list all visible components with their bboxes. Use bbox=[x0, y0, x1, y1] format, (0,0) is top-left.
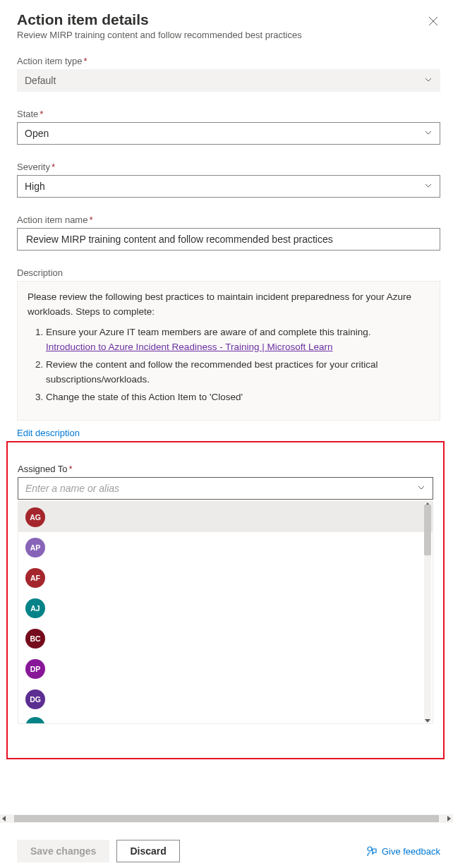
chevron-down-icon bbox=[424, 181, 433, 192]
required-marker: * bbox=[84, 56, 87, 66]
assigned-to-label: Assigned To* bbox=[18, 464, 433, 474]
chevron-down-icon bbox=[424, 75, 433, 86]
avatar: AJ bbox=[25, 598, 45, 618]
required-marker: * bbox=[89, 215, 92, 225]
avatar: AG bbox=[25, 507, 45, 527]
assigned-to-combobox[interactable]: Enter a name or alias bbox=[18, 477, 433, 500]
scroll-left-icon bbox=[2, 816, 6, 821]
give-feedback-link[interactable]: Give feedback bbox=[366, 845, 440, 857]
people-option[interactable]: BC bbox=[18, 623, 433, 653]
assigned-to-placeholder: Enter a name or alias bbox=[25, 483, 119, 494]
feedback-icon bbox=[366, 845, 378, 857]
type-value: Default bbox=[25, 75, 56, 86]
edit-description-link[interactable]: Edit description bbox=[17, 428, 80, 438]
avatar: AF bbox=[25, 568, 45, 588]
people-option[interactable]: AF bbox=[18, 562, 433, 593]
training-link[interactable]: Introduction to Azure Incident Readiness… bbox=[46, 342, 332, 352]
name-input-wrapper[interactable] bbox=[17, 228, 440, 251]
description-step-2: Review the content and follow the recomm… bbox=[46, 358, 430, 387]
scroll-thumb[interactable] bbox=[14, 815, 439, 822]
severity-select[interactable]: High bbox=[17, 175, 440, 198]
required-marker: * bbox=[52, 162, 55, 172]
page-title: Action item details bbox=[17, 11, 302, 28]
dropdown-scrollbar[interactable] bbox=[424, 503, 431, 722]
state-select[interactable]: Open bbox=[17, 122, 440, 145]
description-step-3: Change the state of this Action Item to … bbox=[46, 390, 430, 405]
assigned-to-section: Assigned To* Enter a name or alias AGAPA… bbox=[6, 441, 445, 759]
horizontal-scrollbar[interactable] bbox=[0, 814, 453, 823]
avatar bbox=[25, 717, 45, 724]
description-intro: Please review the following best practic… bbox=[28, 291, 411, 317]
avatar: DP bbox=[25, 659, 45, 679]
close-button[interactable] bbox=[423, 11, 443, 31]
description-box: Please review the following best practic… bbox=[17, 281, 440, 421]
scroll-thumb[interactable] bbox=[424, 505, 431, 555]
people-option[interactable]: AJ bbox=[18, 593, 433, 623]
type-label: Action item type* bbox=[17, 56, 440, 66]
description-label: Description bbox=[17, 267, 440, 278]
discard-button[interactable]: Discard bbox=[116, 840, 179, 862]
chevron-down-icon bbox=[417, 483, 425, 494]
avatar: DG bbox=[25, 689, 45, 709]
people-option-partial[interactable] bbox=[18, 714, 433, 724]
description-step-1: Ensure your Azure IT team members are aw… bbox=[46, 325, 430, 355]
people-option[interactable]: AP bbox=[18, 532, 433, 562]
people-dropdown: AGAPAFAJBCDPDG bbox=[18, 501, 433, 724]
required-marker: * bbox=[69, 464, 73, 474]
avatar: AP bbox=[25, 538, 45, 557]
people-option[interactable]: AG bbox=[18, 502, 433, 532]
page-subtitle: Review MIRP training content and follow … bbox=[17, 30, 302, 40]
save-button: Save changes bbox=[17, 840, 109, 862]
close-icon bbox=[428, 16, 438, 26]
name-input[interactable] bbox=[25, 233, 433, 246]
avatar: BC bbox=[25, 629, 45, 649]
scroll-down-icon bbox=[425, 719, 430, 723]
people-option[interactable]: DP bbox=[18, 653, 433, 684]
chevron-down-icon bbox=[424, 128, 433, 139]
name-label: Action item name* bbox=[17, 215, 440, 225]
state-value: Open bbox=[25, 128, 49, 139]
state-label: State* bbox=[17, 109, 440, 119]
people-option[interactable]: DG bbox=[18, 684, 433, 714]
severity-label: Severity* bbox=[17, 162, 440, 172]
scroll-right-icon bbox=[447, 816, 451, 821]
type-select: Default bbox=[17, 69, 440, 92]
severity-value: High bbox=[25, 181, 45, 192]
required-marker: * bbox=[40, 109, 43, 119]
svg-point-0 bbox=[368, 847, 372, 851]
